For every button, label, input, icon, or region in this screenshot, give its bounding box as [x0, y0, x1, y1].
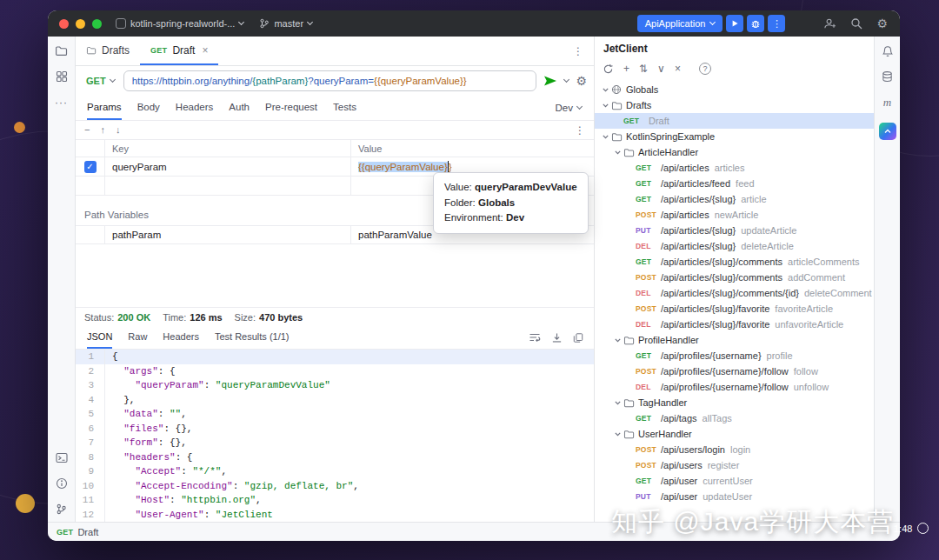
- request-tab-pre-request[interactable]: Pre-request: [265, 96, 317, 120]
- tab-drafts[interactable]: Drafts: [76, 37, 140, 65]
- remove-row-icon[interactable]: −: [84, 125, 90, 135]
- sort-icon[interactable]: ⇅: [639, 63, 648, 74]
- problems-icon[interactable]: [56, 477, 68, 490]
- move-down-icon[interactable]: ↓: [116, 125, 121, 135]
- run-button[interactable]: [726, 15, 743, 32]
- chevron-down-icon[interactable]: [612, 149, 623, 157]
- tree-folder[interactable]: Drafts: [595, 97, 874, 113]
- chevron-down-icon[interactable]: [612, 430, 623, 438]
- tree-request[interactable]: GET/api/articles/feedfeed: [595, 176, 874, 191]
- tree-request[interactable]: DEL/api/profiles/{username}/followunfoll…: [595, 379, 874, 395]
- request-tab-auth[interactable]: Auth: [229, 96, 250, 120]
- tree-request[interactable]: GETDraft: [595, 113, 874, 129]
- response-body[interactable]: 1{2 "args": {3 "queryParam": "queryParam…: [76, 350, 594, 522]
- tree-request[interactable]: POST/api/users/loginlogin: [595, 442, 874, 457]
- tree-request[interactable]: GET/api/tagsallTags: [595, 410, 874, 426]
- more-tool-windows-icon[interactable]: ···: [55, 97, 68, 109]
- tree-request[interactable]: PUT/api/userupdateUser: [595, 489, 874, 504]
- terminal-icon[interactable]: [56, 452, 68, 463]
- soft-wrap-icon[interactable]: [529, 332, 541, 343]
- project-selector[interactable]: kotlin-spring-realworld-...: [116, 18, 243, 29]
- chevron-down-icon[interactable]: [600, 102, 611, 110]
- notifications-bell-icon[interactable]: [882, 45, 894, 57]
- run-config-selector[interactable]: ApiApplication: [637, 15, 723, 32]
- method-badge: POST: [636, 210, 661, 219]
- tree-request[interactable]: POST/api/articlesnewArticle: [595, 207, 874, 223]
- tree-request[interactable]: GET/api/articlesarticles: [595, 160, 874, 176]
- tree-folder[interactable]: ArticleHandler: [595, 144, 874, 160]
- tree-request[interactable]: PUT/api/articles/{slug}updateArticle: [595, 223, 874, 238]
- tree-folder[interactable]: UserHandler: [595, 426, 874, 442]
- path-key-cell[interactable]: pathParam: [105, 226, 350, 243]
- tree-folder[interactable]: ProfileHandler: [595, 332, 874, 348]
- params-more-icon[interactable]: ⋮: [575, 124, 585, 137]
- method-selector[interactable]: GET: [84, 76, 117, 86]
- request-settings-icon[interactable]: ⚙: [576, 75, 587, 87]
- url-variable: {{queryParamValue}}: [374, 76, 467, 86]
- response-tab-headers[interactable]: Headers: [163, 326, 199, 349]
- param-enabled-checkbox[interactable]: ✓: [84, 161, 97, 173]
- request-tab-body[interactable]: Body: [137, 96, 160, 120]
- tree-request[interactable]: GET/api/articles/{slug}article: [595, 191, 874, 207]
- response-tab-json[interactable]: JSON: [87, 326, 112, 349]
- tree-request[interactable]: POST/api/usersregister: [595, 457, 874, 473]
- request-name: profile: [767, 350, 793, 361]
- collapse-all-icon[interactable]: ∨: [657, 63, 665, 74]
- run-more-icon[interactable]: ⋮: [768, 15, 785, 32]
- close-tab-icon[interactable]: ×: [202, 44, 208, 57]
- maven-icon[interactable]: m: [883, 96, 891, 110]
- help-icon[interactable]: ?: [699, 63, 711, 75]
- tree-request[interactable]: POST/api/articles/{slug}/favoritefavorit…: [595, 301, 874, 317]
- debug-button[interactable]: [747, 15, 764, 32]
- git-icon[interactable]: [56, 503, 67, 515]
- chevron-down-icon[interactable]: [600, 86, 611, 94]
- tree-folder[interactable]: Globals: [595, 82, 874, 97]
- chevron-down-icon[interactable]: [600, 133, 611, 141]
- send-options-chevron-icon[interactable]: [563, 77, 569, 83]
- database-icon[interactable]: [882, 70, 893, 83]
- editor-tabs-more-icon[interactable]: ⋮: [563, 37, 594, 65]
- tree-request[interactable]: POST/api/profiles/{username}/followfollo…: [595, 363, 874, 379]
- close-panel-icon[interactable]: ×: [675, 63, 681, 74]
- move-up-icon[interactable]: ↑: [100, 125, 105, 135]
- tree-request[interactable]: DEL/api/articles/{slug}/comments/{id}del…: [595, 285, 874, 301]
- chevron-down-icon[interactable]: [612, 337, 623, 344]
- tree-request[interactable]: DEL/api/articles/{slug}deleteArticle: [595, 238, 874, 254]
- download-icon[interactable]: [551, 332, 563, 343]
- close-window-button[interactable]: [59, 19, 69, 29]
- tree-request[interactable]: GET/api/articles/{slug}/commentsarticleC…: [595, 254, 874, 270]
- request-tab-params[interactable]: Params: [87, 96, 122, 120]
- search-icon[interactable]: [850, 17, 862, 30]
- ai-assistant-icon[interactable]: [879, 123, 896, 140]
- response-tab-raw[interactable]: Raw: [128, 326, 147, 349]
- url-input[interactable]: https://httpbin.org/anything/{pathParam}…: [123, 70, 537, 91]
- project-folder-icon[interactable]: [55, 45, 68, 57]
- tree-folder[interactable]: KotlinSpringExample: [595, 129, 874, 144]
- copy-icon[interactable]: [573, 332, 583, 343]
- request-path: /api/articles/{slug}/comments: [661, 272, 782, 283]
- response-tab-test-results-1-1-[interactable]: Test Results (1/1): [215, 326, 290, 349]
- tree-request[interactable]: GET/api/usercurrentUser: [595, 473, 874, 489]
- structure-icon[interactable]: [56, 70, 68, 83]
- tree-request[interactable]: GET/api/profiles/{username}profile: [595, 348, 874, 363]
- send-button[interactable]: [543, 75, 557, 87]
- branch-selector[interactable]: master: [259, 18, 312, 29]
- sync-icon[interactable]: [603, 63, 614, 75]
- add-user-icon[interactable]: [823, 17, 836, 30]
- tree-request[interactable]: DEL/api/articles/{slug}/favoriteunfavori…: [595, 317, 874, 332]
- left-tool-strip: ···: [48, 37, 76, 522]
- tree-folder[interactable]: TagHandler: [595, 395, 874, 410]
- request-path: /api/articles/{slug}/comments/{id}: [661, 288, 799, 298]
- tab-get-draft[interactable]: GET Draft ×: [140, 37, 218, 65]
- param-key-cell[interactable]: queryParam: [105, 157, 350, 176]
- method-badge: GET: [636, 163, 661, 172]
- zoom-window-button[interactable]: [92, 19, 102, 29]
- minimize-window-button[interactable]: [76, 19, 85, 29]
- settings-gear-icon[interactable]: ⚙: [876, 17, 888, 30]
- chevron-down-icon[interactable]: [612, 399, 623, 407]
- tree-request[interactable]: POST/api/articles/{slug}/commentsaddComm…: [595, 270, 874, 285]
- environment-selector[interactable]: Dev: [543, 96, 594, 120]
- request-tab-headers[interactable]: Headers: [176, 96, 213, 120]
- add-icon[interactable]: +: [623, 63, 629, 74]
- request-tab-tests[interactable]: Tests: [333, 96, 356, 120]
